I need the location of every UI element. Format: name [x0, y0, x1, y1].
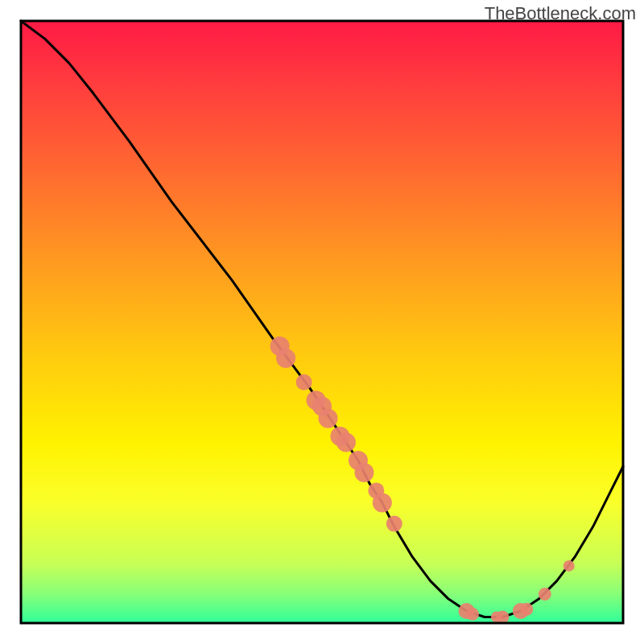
data-marker: [296, 374, 312, 390]
data-marker: [520, 603, 533, 616]
data-marker: [539, 588, 551, 601]
data-marker: [496, 611, 509, 624]
data-marker: [354, 463, 374, 482]
data-marker: [386, 516, 402, 532]
watermark-label: TheBottleneck.com: [485, 3, 636, 24]
plot-background: [21, 21, 623, 623]
chart-container: TheBottleneck.com: [0, 0, 644, 644]
chart-svg: [0, 0, 644, 644]
data-marker: [373, 493, 392, 512]
data-marker: [276, 349, 295, 368]
data-marker: [466, 608, 479, 621]
data-marker: [319, 409, 338, 428]
data-marker: [564, 560, 575, 572]
data-marker: [336, 433, 356, 452]
